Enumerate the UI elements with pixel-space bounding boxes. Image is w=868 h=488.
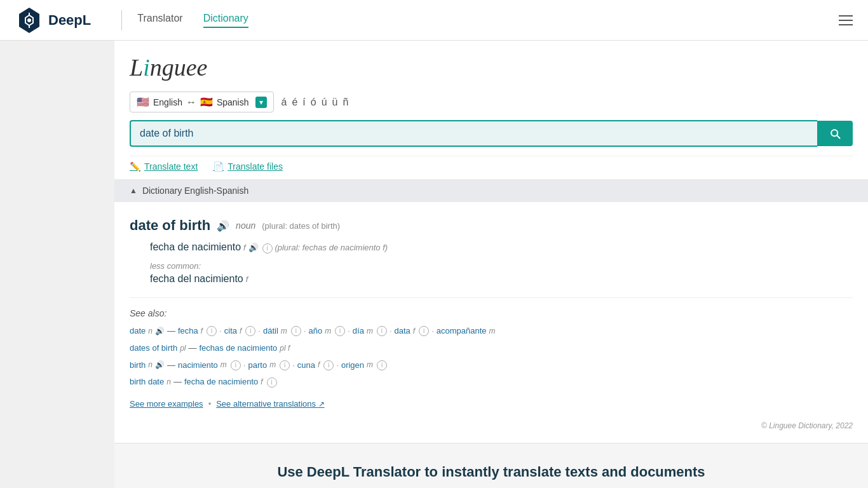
see-also-trans-ano[interactable]: año bbox=[308, 325, 322, 338]
char-a-acute[interactable]: á bbox=[281, 97, 287, 108]
pos-n-3: n bbox=[166, 376, 171, 388]
dash-3: — bbox=[167, 359, 175, 372]
birth-speaker[interactable]: 🔊 bbox=[155, 359, 165, 371]
logo-area: DeepL bbox=[15, 6, 91, 34]
hamburger-line-3 bbox=[839, 24, 853, 25]
info-icon-data[interactable]: i bbox=[419, 326, 429, 336]
sep-7: · bbox=[243, 359, 246, 372]
less-common-section: less common: fecha del nacimiento f bbox=[150, 261, 853, 285]
plural-info: (plural: fechas de nacimiento f) bbox=[275, 243, 388, 252]
see-also-fechas-nacimiento[interactable]: fechas de nacimiento bbox=[200, 342, 278, 355]
pos-pl-2: pl f bbox=[280, 342, 290, 355]
see-also-section: See also: date n 🔊 — fecha f i · cita f … bbox=[130, 297, 853, 409]
less-common-word: fecha del nacimiento bbox=[150, 273, 243, 284]
see-also-parto[interactable]: parto bbox=[248, 359, 267, 372]
translate-files-link[interactable]: 📄 Translate files bbox=[213, 161, 283, 172]
info-icon-origen[interactable]: i bbox=[377, 360, 387, 370]
info-icon[interactable]: i bbox=[262, 243, 273, 254]
info-icon-datil[interactable]: i bbox=[291, 326, 301, 336]
less-common-item: fecha del nacimiento f bbox=[150, 273, 853, 285]
see-also-trans-acompanante[interactable]: acompañante bbox=[437, 325, 487, 338]
char-u-acute[interactable]: ú bbox=[322, 97, 327, 108]
nav-dictionary[interactable]: Dictionary bbox=[203, 13, 248, 28]
see-more-examples-link[interactable]: See more examples bbox=[130, 399, 203, 409]
dash-2: — bbox=[189, 342, 197, 355]
pos-tag: noun bbox=[236, 220, 255, 231]
see-also-cuna[interactable]: cuna bbox=[297, 359, 315, 372]
dash-4: — bbox=[173, 376, 182, 389]
swap-icon: ↔ bbox=[186, 97, 196, 108]
main-translation: fecha de nacimiento f 🔊 i (plural: fecha… bbox=[150, 241, 853, 254]
sep-5: · bbox=[390, 325, 392, 338]
info-icon-ano[interactable]: i bbox=[335, 326, 345, 336]
info-icon-nacimiento[interactable]: i bbox=[231, 360, 241, 370]
nav-translator[interactable]: Translator bbox=[137, 13, 182, 28]
deepl-logo-icon bbox=[15, 6, 43, 34]
gender-m-7: m bbox=[367, 359, 373, 371]
gender-m-3: m bbox=[367, 325, 373, 337]
hamburger-menu[interactable] bbox=[839, 15, 853, 25]
see-also-trans-cita[interactable]: cita bbox=[224, 325, 237, 338]
see-also-fecha-nacimiento-2[interactable]: fecha de nacimiento bbox=[184, 376, 258, 389]
see-also-word-date[interactable]: date bbox=[130, 325, 146, 338]
see-also-row-3: birth n 🔊 — nacimiento m i · parto m i ·… bbox=[130, 359, 853, 372]
lang-selector-row: 🇺🇸 English ↔ 🇪🇸 Spanish ▾ á é í ó ú ü ñ bbox=[130, 92, 853, 112]
dictionary-section-header: ▲ Dictionary English-Spanish bbox=[114, 179, 868, 202]
chevron-up-icon[interactable]: ▲ bbox=[130, 186, 137, 195]
sep-1: · bbox=[219, 325, 222, 338]
pos-n-2: n bbox=[148, 359, 153, 371]
info-icon-dia[interactable]: i bbox=[377, 326, 387, 336]
char-e-acute[interactable]: é bbox=[292, 97, 297, 108]
translation-speaker-icon[interactable]: 🔊 bbox=[248, 243, 259, 252]
sep-2: · bbox=[258, 325, 261, 338]
sep-9: · bbox=[336, 359, 339, 372]
header-divider bbox=[121, 10, 122, 30]
hamburger-line-1 bbox=[839, 15, 853, 17]
search-input[interactable]: date of birth bbox=[130, 120, 817, 147]
linguee-logo-area: Linguee bbox=[130, 53, 853, 81]
entry-title-row: date of birth 🔊 noun (plural: dates of b… bbox=[130, 217, 853, 234]
dictionary-header-label: Dictionary English-Spanish bbox=[142, 186, 248, 196]
search-section: Linguee 🇺🇸 English ↔ 🇪🇸 Spanish ▾ á é í … bbox=[114, 41, 868, 179]
see-also-dash-1: — bbox=[167, 325, 175, 338]
info-icon-fecha-nacimiento-2[interactable]: i bbox=[267, 377, 277, 388]
char-n-tilde[interactable]: ñ bbox=[343, 97, 349, 108]
see-also-trans-fecha[interactable]: fecha bbox=[178, 325, 198, 338]
speaker-icon[interactable]: 🔊 bbox=[217, 220, 229, 232]
external-link-icon: ↗ bbox=[318, 400, 325, 409]
see-also-row-2: dates of birth pl — fechas de nacimiento… bbox=[130, 342, 853, 355]
promo-section: Use DeepL Translator to instantly transl… bbox=[114, 444, 868, 488]
sep-4: · bbox=[348, 325, 350, 338]
translate-text-link[interactable]: ✏️ Translate text bbox=[130, 161, 198, 172]
search-icon bbox=[829, 127, 841, 140]
search-button[interactable] bbox=[817, 121, 853, 146]
see-also-trans-datil[interactable]: dátil bbox=[263, 325, 278, 338]
left-panel bbox=[0, 41, 114, 488]
see-also-origen[interactable]: origen bbox=[341, 359, 364, 372]
gender-m-5: m bbox=[220, 359, 227, 371]
see-also-trans-data[interactable]: data bbox=[395, 325, 410, 338]
see-also-nacimiento[interactable]: nacimiento bbox=[178, 359, 218, 372]
pencil-icon: ✏️ bbox=[130, 161, 140, 172]
char-i-acute[interactable]: í bbox=[302, 97, 305, 108]
see-also-row-4: birth date n — fecha de nacimiento f i bbox=[130, 376, 853, 389]
header: DeepL Translator Dictionary bbox=[0, 0, 868, 41]
see-also-birth[interactable]: birth bbox=[130, 359, 146, 372]
char-o-acute[interactable]: ó bbox=[311, 97, 316, 108]
gender-m-4: m bbox=[489, 325, 496, 337]
see-alternative-translations-link[interactable]: See alternative translations ↗ bbox=[216, 399, 324, 409]
see-also-dates-of-birth[interactable]: dates of birth bbox=[130, 342, 177, 355]
entry-word: date of birth bbox=[130, 217, 210, 234]
info-icon-cita[interactable]: i bbox=[245, 326, 255, 336]
info-icon-cuna[interactable]: i bbox=[323, 360, 334, 370]
info-icon-parto[interactable]: i bbox=[280, 360, 290, 370]
dropdown-arrow[interactable]: ▾ bbox=[255, 97, 267, 108]
gender-m-1: m bbox=[281, 325, 287, 337]
see-also-trans-dia[interactable]: día bbox=[353, 325, 364, 338]
char-u-umlaut[interactable]: ü bbox=[332, 97, 338, 108]
see-also-birth-date[interactable]: birth date bbox=[130, 376, 164, 389]
svg-point-1 bbox=[27, 18, 31, 22]
info-icon-fecha[interactable]: i bbox=[207, 326, 217, 336]
language-selector[interactable]: 🇺🇸 English ↔ 🇪🇸 Spanish ▾ bbox=[130, 92, 274, 112]
date-speaker[interactable]: 🔊 bbox=[155, 325, 165, 337]
